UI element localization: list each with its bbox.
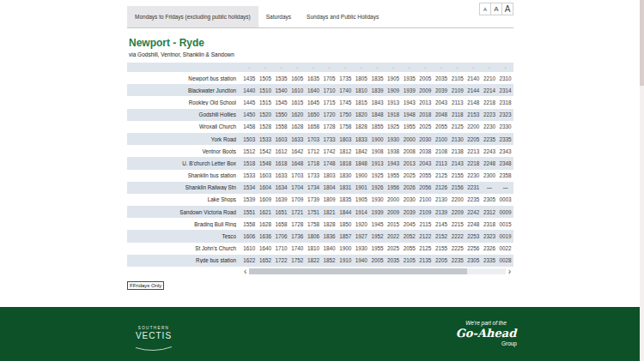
table-row: Wroxall Church14581528155816281658172817… bbox=[127, 121, 513, 133]
tab-mondays-to-fridays-excluding-public-holidays[interactable]: Mondays to Fridays (excluding public hol… bbox=[127, 6, 258, 27]
time-cell: 2205 bbox=[434, 257, 450, 263]
column-marker: - bbox=[465, 65, 482, 70]
time-cell: 1736 bbox=[289, 233, 306, 239]
time-cell: 1535 bbox=[273, 75, 289, 81]
time-cell: 2253 bbox=[465, 233, 482, 239]
time-cell: 1842 bbox=[353, 148, 369, 154]
time-cell: 1445 bbox=[241, 99, 258, 105]
timetable: -----------------Newport bus station1435… bbox=[127, 63, 513, 267]
time-cell: 1620 bbox=[289, 111, 306, 117]
tab-saturdays[interactable]: Saturdays bbox=[258, 6, 299, 27]
time-cell: 1812 bbox=[337, 148, 354, 154]
time-cell: 1558 bbox=[273, 123, 289, 129]
time-cell: 1820 bbox=[353, 111, 369, 117]
time-cell: 1642 bbox=[289, 148, 306, 154]
table-row: Blackwater Junction144015101540161016401… bbox=[127, 84, 513, 96]
time-cell: 1948 bbox=[401, 111, 417, 117]
column-marker: - bbox=[482, 65, 498, 70]
time-cell: 1751 bbox=[306, 209, 322, 215]
scroll-left-icon[interactable]: ‹ bbox=[241, 268, 249, 275]
time-cell: 2156 bbox=[449, 184, 465, 190]
time-cell: 1505 bbox=[258, 75, 274, 81]
time-cell: 1512 bbox=[241, 148, 258, 154]
time-cell: 2145 bbox=[434, 221, 450, 227]
vertical-scrollbar-thumb[interactable] bbox=[640, 0, 644, 86]
time-cell: 1435 bbox=[241, 75, 258, 81]
column-marker: - bbox=[497, 65, 513, 70]
table-row: Brading Bull Ring15581628165817281758182… bbox=[127, 218, 513, 230]
page-title: Newport - Ryde bbox=[129, 37, 513, 49]
time-cell: 2018 bbox=[417, 111, 434, 117]
time-cell: 2126 bbox=[434, 184, 450, 190]
time-cell: 1848 bbox=[369, 111, 386, 117]
time-cell: 1952 bbox=[369, 233, 386, 239]
time-cell: 2125 bbox=[449, 123, 465, 129]
time-cell: 2243 bbox=[482, 148, 498, 154]
time-cell: 1804 bbox=[321, 184, 337, 190]
scrollbar-thumb[interactable] bbox=[249, 268, 467, 274]
time-cell: 2215 bbox=[449, 221, 465, 227]
time-cell: 2148 bbox=[465, 99, 482, 105]
time-cell: 1640 bbox=[306, 87, 322, 93]
stop-name: Ryde bus station bbox=[127, 257, 241, 263]
time-cell: 0028 bbox=[497, 257, 513, 263]
font-size-medium-button[interactable]: A bbox=[490, 3, 502, 15]
column-marker: - bbox=[434, 65, 450, 70]
time-cell: 1710 bbox=[321, 87, 337, 93]
time-cell: 1728 bbox=[321, 123, 337, 129]
time-cell: 2138 bbox=[449, 148, 465, 154]
time-cell: 2326 bbox=[482, 245, 498, 251]
time-cell: 2235 bbox=[465, 196, 482, 202]
time-cell: 1715 bbox=[321, 99, 337, 105]
time-cell: 2155 bbox=[449, 172, 465, 178]
font-size-large-button[interactable]: A bbox=[501, 3, 513, 15]
time-cell: 1545 bbox=[273, 99, 289, 105]
scrollbar-track[interactable] bbox=[249, 268, 505, 274]
time-cell: 1900 bbox=[353, 172, 369, 178]
time-cell: 1855 bbox=[369, 123, 386, 129]
time-cell: 2030 bbox=[401, 196, 417, 202]
time-cell: 2105 bbox=[449, 75, 465, 81]
time-cell: 2310 bbox=[497, 75, 513, 81]
time-cell: 2025 bbox=[401, 172, 417, 178]
time-cell: 1857 bbox=[337, 233, 354, 239]
horizontal-scrollbar[interactable]: ‹ › bbox=[241, 268, 513, 275]
time-cell: 1955 bbox=[386, 172, 402, 178]
scroll-right-icon[interactable]: › bbox=[506, 268, 513, 275]
time-cell: 2038 bbox=[417, 148, 434, 154]
time-cell: 2305 bbox=[465, 257, 482, 263]
time-cell: 1733 bbox=[321, 136, 337, 142]
time-cell: 2055 bbox=[434, 123, 450, 129]
time-cell: 1848 bbox=[353, 160, 369, 166]
time-cell: 1945 bbox=[369, 221, 386, 227]
time-cell: 2055 bbox=[401, 245, 417, 251]
stop-name: Wroxall Church bbox=[127, 123, 241, 129]
vertical-scrollbar[interactable] bbox=[640, 0, 644, 361]
time-cell: 2314 bbox=[497, 87, 513, 93]
time-cell: 1920 bbox=[353, 221, 369, 227]
time-cell: 1901 bbox=[353, 184, 369, 190]
font-size-small-button[interactable]: A bbox=[479, 3, 491, 15]
time-cell: 1528 bbox=[258, 123, 274, 129]
time-cell: 1939 bbox=[369, 209, 386, 215]
time-cell: 2348 bbox=[497, 160, 513, 166]
time-cell: 2118 bbox=[449, 111, 465, 117]
time-cell: 2135 bbox=[417, 257, 434, 263]
table-row: Sandown Victoria Road1551162116511721175… bbox=[127, 206, 513, 218]
tab-sundays-and-public-holidays[interactable]: Sundays and Public Holidays bbox=[299, 6, 386, 27]
time-cell: 2312 bbox=[482, 209, 498, 215]
time-cell: 2139 bbox=[434, 209, 450, 215]
time-cell: 1704 bbox=[289, 184, 306, 190]
timetable-marker-row: ----------------- bbox=[127, 63, 513, 72]
time-cell: 1905 bbox=[386, 75, 402, 81]
time-cell: 1703 bbox=[306, 136, 322, 142]
time-cell: 2318 bbox=[497, 99, 513, 105]
column-marker: - bbox=[401, 65, 417, 70]
time-cell: 1748 bbox=[321, 160, 337, 166]
time-cell: 0009 bbox=[497, 209, 513, 215]
time-cell: 1603 bbox=[258, 172, 274, 178]
time-cell: 1621 bbox=[258, 209, 274, 215]
time-cell: 1758 bbox=[337, 123, 354, 129]
time-cell: 1818 bbox=[337, 160, 354, 166]
time-cell: 1458 bbox=[241, 123, 258, 129]
